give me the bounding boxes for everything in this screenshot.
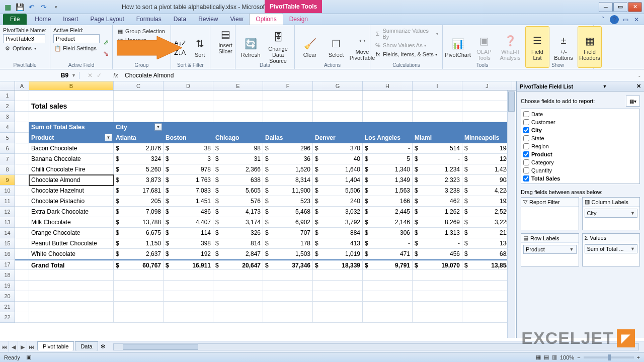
show-values-as-button[interactable]: %Show Values As▾ bbox=[373, 41, 439, 49]
olap-tools-button[interactable]: ▣OLAP Tools bbox=[472, 26, 496, 68]
pivottable-options-button[interactable]: ⚙Options▾ bbox=[3, 44, 47, 52]
undo-icon[interactable]: ↶ bbox=[26, 2, 37, 13]
sheet-tab-data[interactable]: Data bbox=[75, 341, 98, 351]
area-row-labels[interactable]: ▤Row Labels Product▼ bbox=[521, 233, 579, 266]
field-item-total sales[interactable]: Total Sales bbox=[522, 174, 638, 183]
new-sheet-icon[interactable]: ✻ bbox=[98, 343, 108, 350]
field-list-dropdown-icon[interactable]: ▼ bbox=[603, 84, 607, 89]
whatif-button[interactable]: ❓What-If Analysis bbox=[498, 26, 522, 68]
watermark: EXCELJET ◤ bbox=[521, 328, 635, 348]
sort-az-icon[interactable]: A↓Z bbox=[174, 39, 186, 47]
help-icon[interactable]: ? bbox=[610, 15, 619, 24]
field-item-city[interactable]: City bbox=[522, 126, 638, 134]
field-list-close-icon[interactable]: ✕ bbox=[636, 83, 641, 89]
minimize-button[interactable]: ─ bbox=[599, 2, 613, 12]
field-item-date[interactable]: Date bbox=[522, 110, 638, 118]
group-sort-filter: A↓Z Z↓A ⇅ Sort Sort & Filter bbox=[171, 25, 210, 69]
clear-button[interactable]: 🧹Clear bbox=[298, 26, 322, 68]
field-settings-button[interactable]: 📋Field Settings bbox=[53, 44, 101, 52]
view-layout-icon[interactable]: ▤ bbox=[544, 354, 549, 360]
zoom-in-icon[interactable]: + bbox=[637, 354, 640, 360]
product-filter-dropdown[interactable]: ▼ bbox=[105, 134, 112, 141]
zoom-slider[interactable] bbox=[584, 356, 634, 358]
field-list-layout-button[interactable]: ▦▾ bbox=[626, 96, 640, 107]
workbook-close-icon[interactable]: ✕ bbox=[632, 15, 641, 24]
tab-home[interactable]: Home bbox=[29, 14, 57, 25]
last-sheet-icon[interactable]: ⏭ bbox=[27, 341, 36, 352]
plusminus-buttons-button[interactable]: ±+/- Buttons bbox=[551, 26, 576, 68]
area-item-product[interactable]: Product▼ bbox=[523, 245, 577, 254]
excel-app-icon[interactable]: ▦ bbox=[2, 2, 13, 13]
workbook-restore-icon[interactable]: ▭ bbox=[621, 15, 630, 24]
next-sheet-icon[interactable]: ▶ bbox=[18, 341, 27, 352]
field-list-button[interactable]: ☰Field List bbox=[525, 26, 549, 68]
refresh-button[interactable]: 🔄Refresh bbox=[238, 26, 263, 68]
group-active-field: Active Field: 📋Field Settings ⇗ ⇘ Active… bbox=[50, 25, 113, 69]
summarize-values-button[interactable]: ΣSummarize Values By▾ bbox=[373, 27, 439, 40]
clear-icon: 🧹 bbox=[303, 37, 317, 51]
maximize-button[interactable]: ▭ bbox=[613, 2, 627, 12]
sigma-icon: Σ bbox=[374, 30, 381, 37]
insert-function-icon[interactable]: fx bbox=[110, 72, 122, 79]
active-field-input[interactable] bbox=[53, 34, 100, 43]
prev-sheet-icon[interactable]: ◀ bbox=[9, 341, 18, 352]
headers-icon: ▦ bbox=[583, 34, 597, 48]
filter-icon: ▽ bbox=[523, 199, 527, 205]
collapse-field-icon[interactable]: ⇘ bbox=[103, 49, 109, 57]
group-selection-button[interactable]: ▦Group Selection bbox=[116, 27, 168, 35]
cube-icon: ▣ bbox=[477, 34, 491, 48]
name-box[interactable]: B9▼ bbox=[0, 72, 79, 79]
field-headers-button[interactable]: ▦Field Headers bbox=[578, 26, 602, 68]
area-item-city[interactable]: City▼ bbox=[585, 209, 638, 218]
field-item-product[interactable]: Product bbox=[522, 150, 638, 158]
view-pagebreak-icon[interactable]: ▥ bbox=[552, 354, 557, 360]
tab-design[interactable]: Design bbox=[283, 14, 314, 25]
view-normal-icon[interactable]: ▦ bbox=[536, 354, 541, 360]
group-pivottable: PivotTable Name: ⚙Options▾ PivotTable bbox=[0, 25, 50, 69]
field-item-quantity[interactable]: Quantity bbox=[522, 166, 638, 174]
field-item-category[interactable]: Category bbox=[522, 158, 638, 166]
close-button[interactable]: ✕ bbox=[628, 2, 642, 12]
change-data-source-button[interactable]: 🗄Change Data Source bbox=[265, 26, 291, 68]
worksheet-grid[interactable]: ABCDEFGHIJ 12Total sales34Sum of Total S… bbox=[0, 81, 516, 338]
pivottable-name-input[interactable] bbox=[3, 34, 45, 43]
formula-input[interactable]: Chocolate Almond bbox=[122, 72, 635, 79]
tab-data[interactable]: Data bbox=[168, 14, 192, 25]
qat-customize-icon[interactable]: ▾ bbox=[50, 2, 61, 13]
area-item-sum-total[interactable]: Sum of Total ...▼ bbox=[585, 244, 638, 253]
save-icon[interactable]: 💾 bbox=[14, 2, 25, 13]
tab-page-layout[interactable]: Page Layout bbox=[84, 14, 130, 25]
tab-options[interactable]: Options bbox=[249, 13, 283, 25]
area-column-labels[interactable]: ▥Column Labels City▼ bbox=[582, 197, 640, 230]
field-item-state[interactable]: State bbox=[522, 134, 638, 142]
city-filter-dropdown[interactable]: ▼ bbox=[154, 123, 162, 131]
group-field-button[interactable]: ▦Group Field bbox=[116, 45, 168, 53]
area-report-filter[interactable]: ▽Report Filter bbox=[521, 197, 579, 230]
zoom-level[interactable]: 100% bbox=[560, 354, 574, 360]
sheet-tab-pivot-table[interactable]: Pivot table bbox=[37, 341, 74, 351]
vertical-scrollbar[interactable] bbox=[507, 90, 515, 338]
tab-review[interactable]: Review bbox=[192, 14, 224, 25]
minimize-ribbon-icon[interactable]: ˅ bbox=[599, 15, 608, 24]
fields-items-sets-button[interactable]: fxFields, Items, & Sets▾ bbox=[373, 50, 439, 58]
macro-record-icon[interactable]: ▣ bbox=[26, 354, 31, 360]
pivotchart-button[interactable]: 📊PivotChart bbox=[446, 26, 470, 68]
area-values[interactable]: ΣValues Sum of Total ...▼ bbox=[582, 233, 640, 266]
tab-view[interactable]: View bbox=[224, 14, 250, 25]
first-sheet-icon[interactable]: ⏮ bbox=[0, 341, 9, 352]
field-item-customer[interactable]: Customer bbox=[522, 118, 638, 126]
field-item-region[interactable]: Region bbox=[522, 142, 638, 150]
namebox-dropdown-icon[interactable]: ▼ bbox=[71, 73, 76, 78]
select-button[interactable]: ☐Select bbox=[324, 26, 348, 68]
tab-file[interactable]: File bbox=[3, 14, 27, 25]
sort-za-icon[interactable]: Z↓A bbox=[174, 49, 186, 56]
expand-formula-bar-icon[interactable]: ⌄ bbox=[635, 73, 644, 78]
redo-icon[interactable]: ↷ bbox=[38, 2, 49, 13]
tab-insert[interactable]: Insert bbox=[57, 14, 84, 25]
zoom-out-icon[interactable]: − bbox=[577, 354, 580, 360]
tab-formulas[interactable]: Formulas bbox=[130, 14, 168, 25]
expand-field-icon[interactable]: ⇗ bbox=[103, 38, 109, 46]
sort-button[interactable]: ⇅ Sort bbox=[188, 36, 212, 59]
insert-slicer-button[interactable]: ▤Insert Slicer bbox=[213, 26, 237, 55]
ungroup-button[interactable]: ▥Ungroup bbox=[116, 36, 168, 44]
